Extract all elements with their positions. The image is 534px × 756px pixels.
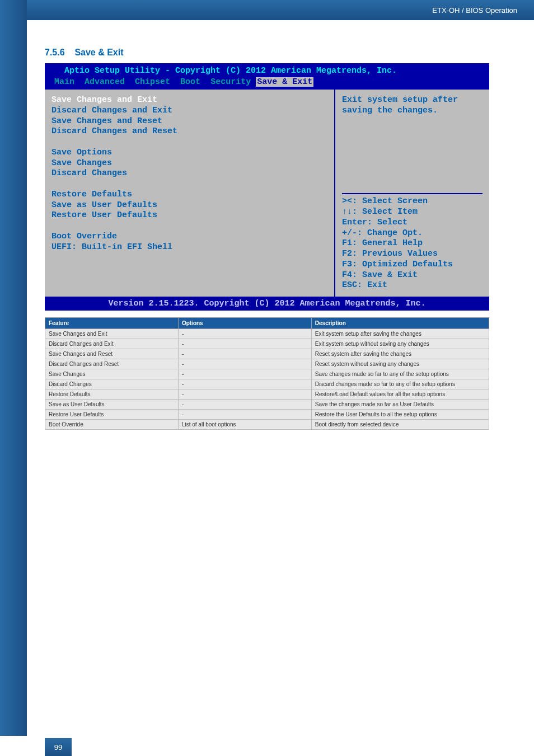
- bios-group-heading: Save Options: [51, 148, 327, 158]
- bios-item[interactable]: UEFI: Built-in EFI Shell: [51, 242, 327, 253]
- cell-description: Restore/Load Default values for all the …: [311, 389, 489, 400]
- spacer: [51, 179, 327, 190]
- cell-feature: Discard Changes: [45, 379, 179, 389]
- feature-table: Feature Options Description Save Changes…: [45, 317, 489, 430]
- spacer: [51, 221, 327, 232]
- bios-header: Aptio Setup Utility - Copyright (C) 2012…: [45, 63, 489, 90]
- table-row: Save as User Defaults-Save the changes m…: [45, 400, 489, 410]
- cell-options: -: [178, 329, 311, 339]
- table-row: Restore Defaults-Restore/Load Default va…: [45, 389, 489, 400]
- table-row: Discard Changes and Exit-Exit system set…: [45, 339, 489, 349]
- bios-right-panel: Exit system setup after saving the chang…: [335, 90, 489, 297]
- th-options: Options: [178, 318, 311, 329]
- table-body: Save Changes and Exit-Exit system setup …: [45, 329, 489, 430]
- cell-description: Reset system without saving any changes: [311, 359, 489, 369]
- cell-feature: Restore Defaults: [45, 389, 179, 400]
- section-number: 7.5.6: [45, 48, 65, 57]
- bios-body: Save Changes and Exit Discard Changes an…: [45, 90, 489, 297]
- cell-options: -: [178, 410, 311, 420]
- tab-chipset[interactable]: Chipset: [135, 77, 170, 87]
- cell-options: -: [178, 349, 311, 359]
- page-number: 99: [45, 738, 72, 756]
- bios-screenshot: Aptio Setup Utility - Copyright (C) 2012…: [45, 63, 489, 311]
- spacer: [51, 137, 327, 148]
- bios-item[interactable]: Discard Changes and Reset: [51, 126, 327, 137]
- help-line: F1: General Help: [342, 238, 483, 249]
- cell-options: List of all boot options: [178, 420, 311, 430]
- section-heading: 7.5.6 Save & Exit: [45, 48, 489, 58]
- cell-options: -: [178, 369, 311, 379]
- tab-main[interactable]: Main: [54, 77, 74, 87]
- cell-feature: Save Changes and Reset: [45, 349, 179, 359]
- bios-tab-row: Main Advanced Chipset Boot Security Save…: [49, 77, 485, 88]
- section-title: Save & Exit: [74, 48, 123, 57]
- bios-title: Aptio Setup Utility - Copyright (C) 2012…: [49, 65, 485, 77]
- bios-item[interactable]: Boot Override: [51, 232, 327, 242]
- help-line: F2: Previous Values: [342, 249, 483, 260]
- separator: [342, 193, 483, 194]
- main-content: 7.5.6 Save & Exit Aptio Setup Utility - …: [45, 48, 489, 430]
- table-row: Discard Changes and Reset-Reset system w…: [45, 359, 489, 369]
- cell-options: -: [178, 339, 311, 349]
- cell-description: Discard changes made so far to any of th…: [311, 379, 489, 389]
- tab-boot[interactable]: Boot: [180, 77, 200, 87]
- bios-item[interactable]: Discard Changes: [51, 168, 327, 179]
- cell-description: Restore the User Defaults to all the set…: [311, 410, 489, 420]
- table-header-row: Feature Options Description: [45, 318, 489, 329]
- tab-save-exit[interactable]: Save & Exit: [256, 77, 313, 87]
- bios-left-panel: Save Changes and Exit Discard Changes an…: [45, 90, 335, 297]
- cell-feature: Save Changes: [45, 369, 179, 379]
- bios-item-selected[interactable]: Save Changes and Exit: [51, 95, 327, 106]
- help-line: +/-: Change Opt.: [342, 228, 483, 239]
- cell-description: Exit system setup after saving the chang…: [311, 329, 489, 339]
- th-feature: Feature: [45, 318, 179, 329]
- cell-feature: Restore User Defaults: [45, 410, 179, 420]
- cell-description: Exit system setup without saving any cha…: [311, 339, 489, 349]
- bios-footer-text: Version 2.15.1223. Copyright (C) 2012 Am…: [108, 299, 425, 308]
- table-row: Restore User Defaults-Restore the User D…: [45, 410, 489, 420]
- th-description: Description: [311, 318, 489, 329]
- bios-item[interactable]: Save Changes: [51, 158, 327, 169]
- help-line: ><: Select Screen: [342, 196, 483, 207]
- cell-feature: Discard Changes and Exit: [45, 339, 179, 349]
- bios-item[interactable]: Discard Changes and Exit: [51, 106, 327, 116]
- side-bar: [0, 0, 27, 736]
- table-row: Save Changes-Save changes made so far to…: [45, 369, 489, 379]
- table-row: Boot OverrideList of all boot optionsBoo…: [45, 420, 489, 430]
- help-line: F3: Optimized Defaults: [342, 260, 483, 270]
- table-row: Discard Changes-Discard changes made so …: [45, 379, 489, 389]
- page-header: ETX-OH / BIOS Operation: [0, 0, 534, 20]
- table-row: Save Changes and Exit-Exit system setup …: [45, 329, 489, 339]
- bios-help-keys: ><: Select Screen ↑↓: Select Item Enter:…: [342, 191, 483, 291]
- help-line: ↑↓: Select Item: [342, 207, 483, 218]
- cell-description: Save the changes made so far as User Def…: [311, 400, 489, 410]
- cell-options: -: [178, 389, 311, 400]
- bios-item-description: Exit system setup after saving the chang…: [342, 95, 483, 116]
- help-line: ESC: Exit: [342, 280, 483, 291]
- help-line: F4: Save & Exit: [342, 270, 483, 281]
- cell-feature: Save as User Defaults: [45, 400, 179, 410]
- help-line: Enter: Select: [342, 218, 483, 228]
- bios-item[interactable]: Restore User Defaults: [51, 210, 327, 221]
- cell-options: -: [178, 359, 311, 369]
- breadcrumb: ETX-OH / BIOS Operation: [432, 6, 517, 15]
- cell-feature: Save Changes and Exit: [45, 329, 179, 339]
- cell-description: Boot directly from selected device: [311, 420, 489, 430]
- cell-feature: Boot Override: [45, 420, 179, 430]
- table-row: Save Changes and Reset-Reset system afte…: [45, 349, 489, 359]
- cell-description: Reset system after saving the changes: [311, 349, 489, 359]
- bios-item[interactable]: Save Changes and Reset: [51, 116, 327, 127]
- cell-options: -: [178, 400, 311, 410]
- bios-item[interactable]: Save as User Defaults: [51, 200, 327, 211]
- bios-item[interactable]: Restore Defaults: [51, 190, 327, 200]
- cell-feature: Discard Changes and Reset: [45, 359, 179, 369]
- tab-security[interactable]: Security: [210, 77, 251, 87]
- tab-advanced[interactable]: Advanced: [85, 77, 125, 87]
- bios-footer: Version 2.15.1223. Copyright (C) 2012 Am…: [45, 297, 489, 311]
- cell-description: Save changes made so far to any of the s…: [311, 369, 489, 379]
- cell-options: -: [178, 379, 311, 389]
